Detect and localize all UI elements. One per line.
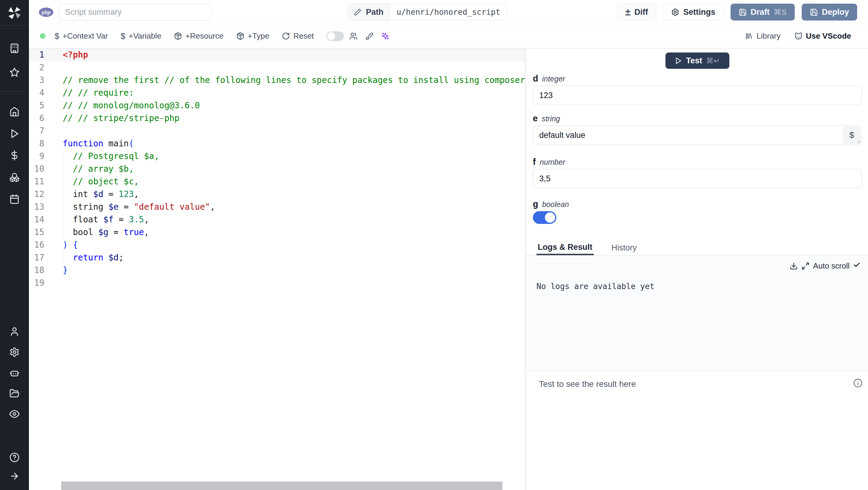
library-button[interactable]: Library [745, 31, 780, 41]
info-circle-icon [853, 378, 863, 388]
code-line[interactable]: 11 // object $c, [29, 175, 525, 188]
use-vscode-button[interactable]: Use VScode [795, 31, 851, 41]
field-type: string [541, 114, 560, 123]
sidebar-item-workspace[interactable] [0, 43, 29, 53]
result-placeholder: Test to see the result here [539, 379, 636, 389]
sidebar-item-home[interactable] [0, 107, 29, 117]
add-resource-button[interactable]: +Resource [174, 31, 223, 41]
test-panel: Test ⌘↵ d integer e string $ f n [526, 48, 868, 490]
code-line[interactable]: 16) { [29, 239, 525, 251]
tab-history[interactable]: History [610, 243, 638, 255]
code-editor[interactable]: 1<?php23// remove the first // of the fo… [29, 48, 525, 490]
code-line[interactable]: 6// // stripe/stripe-php [29, 112, 525, 125]
line-number: 5 [29, 99, 44, 112]
test-label: Test [686, 56, 702, 65]
draft-button[interactable]: Draft ⌘S [731, 4, 795, 21]
path-value[interactable]: u/henri/honored_script [390, 4, 507, 20]
line-number: 6 [29, 112, 44, 125]
sidebar-item-help[interactable] [0, 452, 29, 463]
line-number: 2 [29, 61, 44, 74]
sidebar-item-workers[interactable] [0, 368, 29, 378]
field-g-toggle[interactable] [533, 211, 556, 224]
multiplayer-users-button[interactable] [349, 32, 358, 40]
path-editor[interactable]: Path u/henri/honored_script [347, 4, 507, 21]
topbar: php Path u/henri/honored_script ± Diff S… [29, 0, 868, 24]
sparkles-icon [381, 32, 390, 40]
field-f-input[interactable] [533, 169, 862, 188]
diff-button[interactable]: ± Diff [617, 4, 656, 21]
line-number: 17 [29, 251, 44, 264]
sidebar-item-runs[interactable] [0, 128, 29, 139]
code-line[interactable]: 13 string $e = "default value", [29, 201, 525, 213]
arrow-right-icon [9, 471, 20, 481]
field-e-input[interactable] [533, 125, 862, 145]
dollar-sign-icon [9, 150, 20, 161]
add-type-button[interactable]: +Type [236, 31, 270, 41]
code-line[interactable]: 14 float $f = 3.5, [29, 213, 525, 226]
tab-logs-result[interactable]: Logs & Result [536, 242, 594, 255]
line-number: 1 [29, 49, 44, 61]
calendar-icon [9, 194, 20, 204]
indent-guide [64, 251, 64, 264]
panel-splitter[interactable] [525, 48, 526, 490]
test-button[interactable]: Test ⌘↵ [665, 53, 730, 69]
gear-icon [9, 347, 20, 357]
collab-toggle[interactable] [327, 31, 344, 41]
reset-button[interactable]: Reset [282, 31, 314, 41]
code-line[interactable]: 17 return $d; [29, 251, 525, 264]
code-line[interactable]: 1<?php [29, 49, 525, 61]
line-number: 10 [29, 163, 44, 175]
sidebar-item-folders[interactable] [0, 388, 29, 399]
check-icon [853, 261, 861, 268]
sidebar-item-schedules[interactable] [0, 194, 29, 204]
code-line[interactable]: 4// // require: [29, 87, 525, 99]
topbar-actions: ± Diff Settings Draft ⌘S Deploy [617, 4, 857, 21]
resize-handle-icon[interactable] [856, 139, 861, 144]
expand-icon[interactable] [801, 262, 809, 270]
field-d-input[interactable] [533, 86, 862, 105]
indent-guide [64, 150, 64, 163]
code-line[interactable]: 15 bool $g = true, [29, 226, 525, 239]
plus-minus-icon: ± [625, 7, 631, 17]
library-label: Library [756, 31, 780, 41]
dollar-icon: $ [121, 31, 125, 41]
code-line[interactable]: 18} [29, 264, 525, 277]
download-icon[interactable] [789, 262, 798, 270]
deploy-button[interactable]: Deploy [802, 4, 857, 21]
line-number: 3 [29, 74, 44, 87]
robot-icon [9, 368, 20, 378]
sidebar-item-audit-logs[interactable] [0, 409, 29, 419]
refresh-icon [282, 32, 290, 40]
code-line[interactable]: 3// remove the first // of the following… [29, 74, 525, 87]
sidebar-item-resources[interactable] [0, 172, 29, 182]
sidebar-item-favorites[interactable] [0, 67, 29, 78]
toggle-knob [545, 212, 555, 223]
code-line[interactable]: 2 [29, 61, 525, 74]
field-name: d [533, 74, 538, 84]
code-line[interactable]: 5// // monolog/monolog@3.6.0 [29, 99, 525, 112]
code-line[interactable]: 8function main( [29, 137, 525, 150]
code-line[interactable]: 7 [29, 125, 525, 137]
ai-assistant-button[interactable] [381, 32, 390, 40]
field-name: e [533, 113, 538, 123]
line-number: 14 [29, 213, 44, 226]
sidebar-item-variables[interactable] [0, 150, 29, 161]
add-context-var-button[interactable]: $ +Context Var [55, 31, 108, 41]
auto-scroll-checkbox[interactable] [853, 261, 861, 271]
eye-icon [9, 409, 20, 419]
horizontal-scrollbar[interactable] [61, 482, 502, 490]
format-code-button[interactable] [365, 32, 373, 40]
add-variable-button[interactable]: $ +Variable [121, 31, 161, 41]
code-line[interactable]: 19 [29, 277, 525, 289]
code-line[interactable]: 9 // Postgresql $a, [29, 150, 525, 163]
info-icon[interactable] [853, 378, 863, 388]
sidebar-item-account[interactable] [0, 326, 29, 337]
sidebar-item-settings[interactable] [0, 347, 29, 357]
add-variable-label: +Variable [129, 31, 161, 41]
settings-button[interactable]: Settings [663, 4, 724, 21]
sidebar-expand-button[interactable] [0, 471, 29, 481]
script-summary-input[interactable] [59, 4, 212, 21]
windmill-logo-icon[interactable] [0, 6, 29, 20]
code-line[interactable]: 10 // array $b, [29, 163, 525, 175]
code-line[interactable]: 12 int $d = 123, [29, 188, 525, 201]
